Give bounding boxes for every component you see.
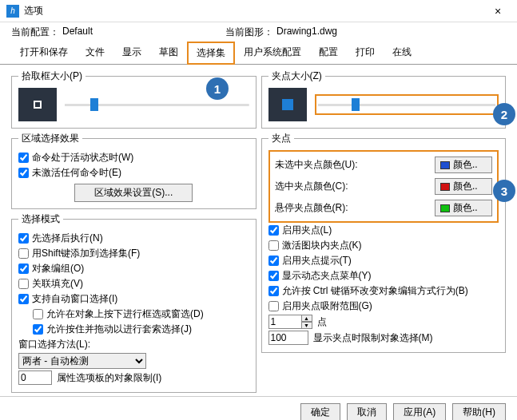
pickbox-legend: 拾取框大小(P) xyxy=(18,69,86,83)
tab-selection[interactable]: 选择集 xyxy=(187,42,235,65)
tab-display[interactable]: 显示 xyxy=(113,42,150,65)
hover-color-button[interactable]: 颜色.. xyxy=(435,200,492,216)
grips-group: 夹点 未选中夹点颜色(U): 颜色.. 选中夹点颜色(C): 颜色.. 悬停夹点… xyxy=(261,132,507,353)
sel-color-button[interactable]: 颜色.. xyxy=(435,178,492,195)
sel-color-label: 选中夹点颜色(C): xyxy=(275,180,348,193)
mode-object-group[interactable]: 对象编组(O) xyxy=(18,261,249,276)
tab-user-sys[interactable]: 用户系统配置 xyxy=(235,42,310,65)
window-method-select[interactable]: 两者 - 自动检测 xyxy=(18,353,146,369)
grips-in-blocks[interactable]: 激活图块内夹点(K) xyxy=(268,238,499,253)
pickbox-preview xyxy=(18,88,57,121)
prop-limit-input[interactable] xyxy=(18,370,52,385)
spin-up-icon[interactable]: ▲ xyxy=(301,315,312,322)
mode-press-drag-window[interactable]: 允许在对象上按下进行框选或窗选(D) xyxy=(33,307,249,322)
unsel-color-button[interactable]: 颜色.. xyxy=(435,157,492,173)
region-settings-button[interactable]: 区域效果设置(S)... xyxy=(74,184,193,202)
app-icon: h xyxy=(6,5,19,18)
tab-bar: 打开和保存 文件 显示 草图 选择集 用户系统配置 配置 打印 在线 xyxy=(0,41,517,65)
prop-limit-label: 属性选项板的对象限制(I) xyxy=(57,371,161,385)
grip-obj-limit-input[interactable] xyxy=(268,331,308,345)
spin-down-icon[interactable]: ▼ xyxy=(301,322,312,329)
gripsize-legend: 夹点大小(Z) xyxy=(268,69,325,83)
grips-legend: 夹点 xyxy=(268,132,294,145)
cancel-button[interactable]: 取消 xyxy=(347,403,387,420)
enable-grips[interactable]: 启用夹点(L) xyxy=(268,223,499,238)
hover-color-label: 悬停夹点颜色(R): xyxy=(275,201,348,215)
config-value: Default xyxy=(62,26,222,39)
mode-noun-verb[interactable]: 先选择后执行(N) xyxy=(18,231,249,246)
config-label: 当前配置： xyxy=(11,26,59,39)
mode-shift-add[interactable]: 用Shift键添加到选择集(F) xyxy=(18,246,249,261)
snap-range-spinner[interactable]: ▲▼ xyxy=(268,315,312,329)
region-chk-inactive[interactable]: 未激活任何命令时(E) xyxy=(18,165,249,180)
grip-tips[interactable]: 启用夹点提示(T) xyxy=(268,253,499,268)
dynamic-grip-menu[interactable]: 显示动态夹点菜单(Y) xyxy=(268,268,499,283)
tab-file[interactable]: 文件 xyxy=(77,42,113,65)
help-button[interactable]: 帮助(H) xyxy=(452,403,506,420)
callout-3: 3 xyxy=(493,180,515,202)
window-title: 选项 xyxy=(24,4,485,18)
gripsize-slider[interactable] xyxy=(318,97,496,112)
mode-auto-window[interactable]: 支持自动窗口选择(I) xyxy=(18,291,249,307)
gripsize-group: 夹点大小(Z) xyxy=(261,69,507,129)
select-mode-legend: 选择模式 xyxy=(18,212,63,226)
grip-snap-range[interactable]: 启用夹点吸附范围(G) xyxy=(268,299,499,314)
tab-print[interactable]: 打印 xyxy=(347,42,384,65)
close-icon[interactable]: × xyxy=(485,5,511,18)
region-legend: 区域选择效果 xyxy=(18,132,82,145)
callout-2: 2 xyxy=(493,103,515,125)
tab-open-save[interactable]: 打开和保存 xyxy=(11,42,77,65)
grip-obj-limit-label: 显示夹点时限制对象选择(M) xyxy=(313,331,433,345)
tab-draft[interactable]: 草图 xyxy=(150,42,187,65)
region-chk-active[interactable]: 命令处于活动状态时(W) xyxy=(18,150,249,165)
callout-1: 1 xyxy=(206,77,229,100)
drawing-label: 当前图形： xyxy=(225,26,273,39)
window-method-label: 窗口选择方法(L): xyxy=(18,337,249,352)
mode-press-drag-lasso[interactable]: 允许按住并拖动以进行套索选择(J) xyxy=(33,322,249,337)
pickbox-slider[interactable] xyxy=(65,97,249,112)
ok-button[interactable]: 确定 xyxy=(300,403,340,420)
unsel-color-label: 未选中夹点颜色(U): xyxy=(275,158,358,172)
tab-online[interactable]: 在线 xyxy=(384,42,420,65)
gripsize-preview xyxy=(268,88,307,121)
mode-assoc-hatch[interactable]: 关联填充(V) xyxy=(18,276,249,291)
ctrl-cycle[interactable]: 允许按 Ctrl 键循环改变对象编辑方式行为(B) xyxy=(268,283,499,299)
apply-button[interactable]: 应用(A) xyxy=(393,403,446,420)
select-mode-group: 选择模式 先选择后执行(N) 用Shift键添加到选择集(F) 对象编组(O) … xyxy=(11,212,257,393)
region-group: 区域选择效果 命令处于活动状态时(W) 未激活任何命令时(E) 区域效果设置(S… xyxy=(11,132,257,209)
snap-range-label: 点 xyxy=(317,315,327,329)
drawing-value: Drawing1.dwg xyxy=(276,26,436,39)
tab-profiles[interactable]: 配置 xyxy=(310,42,347,65)
